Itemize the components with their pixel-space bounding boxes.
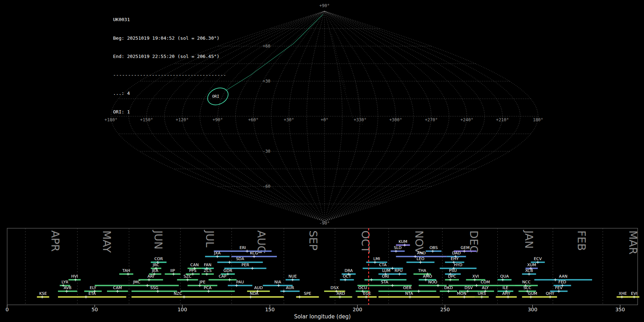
peak-marker-LEO [419,261,422,264]
x-tick-label: 100 [177,307,187,312]
peak-marker-GDR [226,273,229,275]
shower-label-NCC: NCC [522,280,531,284]
peak-marker-DSV [466,290,469,293]
peak-marker-EGE [365,296,367,298]
x-tick-label: 50 [92,307,98,312]
peak-marker-JMC [146,284,149,287]
shower-label-SSG: SSG [150,286,158,290]
sporadic-trail-2 [332,34,346,89]
shower-label-FED: FED [558,280,566,284]
shower-label-AND: AND [417,251,426,255]
pole-label-north: +90° [319,3,330,8]
sporadic-trail-1 [339,72,353,118]
shower-label-NUE: NUE [288,274,297,279]
x-tick-label: 0 [6,307,9,312]
peak-marker-URS [480,296,483,298]
shower-label-JEA: JEA [152,268,158,273]
month-label-jan: JAN [523,230,535,249]
shower-label-PER: PER [241,263,249,267]
shower-label-DKD: DKD [444,286,453,290]
shower-label-KCG: KCG [250,251,258,255]
shower-label-CAN: CAN [190,263,199,267]
ori-meteor-trail [226,14,323,91]
obs-begin: Beg: 20251019 19:04:52 (sol = 206.30°) [113,35,226,41]
shower-label-EHY: EHY [451,257,459,261]
shower-label-CAP: CAP [219,274,226,279]
peak-marker-ORI [370,278,373,281]
peak-marker-NDA [249,296,252,298]
peak-marker-NZC [182,296,185,298]
peak-marker-ZCS [205,273,208,275]
peak-marker-CTA [391,267,394,270]
shower-label-ARI: ARI [147,274,154,279]
shower-label-ZCS: ZCS [204,268,211,273]
shower-bar-MON [449,296,475,298]
shower-label-ETA: ETA [88,291,96,296]
shower-bar-NOO [419,285,447,286]
equator-label: +270° [425,117,438,122]
equator-label: +60° [248,117,259,122]
shower-label-SPE: SPE [304,291,311,296]
shower-label-HYD: HYD [454,263,462,267]
shower-label-STA: STA [381,280,389,284]
shower-label-PPS: PPS [189,268,196,273]
peak-marker-AVB [65,290,68,293]
peak-marker-NTA [409,296,411,298]
peak-marker-JPE [198,284,201,287]
shower-bar-GUM [522,296,543,298]
shower-label-LEO: LEO [416,257,424,261]
obs-end: End: 20251019 22:55:20 (sol = 206.45°) [113,53,226,59]
peak-marker-ECV [536,261,539,264]
graticule-meridian [325,11,431,221]
shower-label-DPC: DPC [448,274,456,279]
shower-bar-AHY [496,296,517,298]
shower-label-DSX: DSX [331,286,339,290]
observation-info: UK0031 Beg: 20251019 19:04:52 (sol = 206… [113,4,226,127]
shower-label-SLD: SLD [394,245,402,250]
shower-label-LYR: LYR [62,280,68,284]
shower-label-ECV: ECV [534,257,542,261]
shower-label-COM: COM [480,280,490,284]
equator-label: +0° [321,117,328,122]
peak-marker-DKD [447,290,450,293]
shower-bar-DPC [445,279,459,280]
peak-marker-IIP [172,273,175,275]
peak-marker-GEM [463,250,466,253]
shower-bar-NZC [132,296,224,298]
shower-bar-ARI [138,279,163,280]
shower-label-AUD: AUD [254,286,263,290]
month-label-mar: MAR [627,230,639,254]
shower-bar-HYD [440,268,477,269]
activity-timeline-chart: APRMAYJUNJULAUGSEPOCTNOVDECJANFEBMARKUME… [0,225,644,322]
shower-label-XCB: XCB [525,268,533,273]
shower-label-KUM: KUM [399,239,407,244]
x-tick-label: 150 [265,307,275,312]
graticule-meridian [235,11,325,221]
peak-marker-SSG [156,290,159,293]
shower-label-THA: THA [418,268,426,273]
peak-marker-ETA [84,296,87,298]
peak-marker-PAU [235,284,238,287]
shower-bar-QUA [498,279,512,280]
shower-label-COR: COR [154,257,163,261]
peak-marker-AND [414,255,417,258]
shower-label-XHE: XHE [619,291,627,296]
shower-label-KSE: KSE [39,291,47,296]
graticule-meridian [307,11,325,221]
shower-label-AAN: AAN [559,274,567,279]
peak-marker-ERI [246,250,249,253]
shower-bar-TAH [119,273,133,275]
shower-label-EVI: EVI [631,291,638,296]
shower-label-XUM: XUM [527,263,536,267]
peak-marker-QHY [548,296,551,298]
shower-label-NZC: NZC [174,291,182,296]
equator-label: +210° [496,117,509,122]
shower-label-TAH: TAH [122,268,130,273]
peak-marker-STA [391,284,394,287]
shower-label-PSU: PSU [449,268,457,273]
peak-marker-XCB [528,273,531,275]
shower-label-NOO: NOO [428,280,438,284]
shower-label-ALY: ALY [482,286,489,290]
peak-marker-SZC [186,278,189,281]
shower-label-OER: OER [403,286,412,290]
